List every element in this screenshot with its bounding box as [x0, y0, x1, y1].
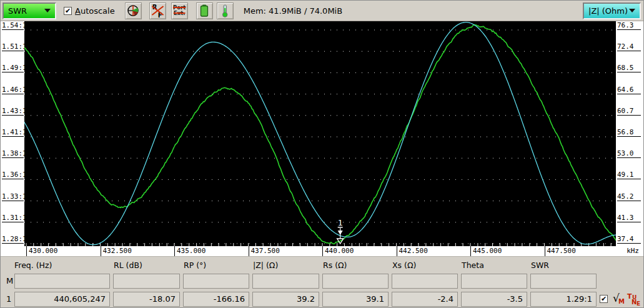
swr-tick-label: 1.51:1 — [2, 42, 24, 51]
cell-m-z[interactable] — [252, 274, 319, 289]
marker-math-button[interactable]: √ M — [613, 292, 625, 308]
swr-tick-label: 1.41:1 — [2, 128, 24, 137]
frequency-tick-label: 445.000 — [470, 246, 502, 256]
cell-m-swr[interactable] — [530, 274, 597, 289]
port-extension-button[interactable]: Port Ext. — [171, 2, 188, 19]
col-header-rp: RP (°) — [184, 261, 206, 270]
frequency-tick-label: 437.500 — [249, 246, 280, 256]
impedance-select-value: |Z| (Ohm) — [588, 6, 628, 16]
impedance-tick-label: 68.5 — [617, 64, 641, 72]
svg-text:1: 1 — [338, 218, 343, 227]
grid — [24, 30, 616, 246]
frequency-tick-label: 442.500 — [397, 246, 428, 256]
cell-m-freq[interactable] — [14, 274, 110, 289]
cell-1-freq[interactable]: 440,605,247 — [14, 292, 110, 307]
cell-m-rl[interactable] — [113, 274, 180, 289]
battery-icon — [197, 3, 211, 18]
col-header-rs: Rs (Ω) — [323, 261, 347, 270]
col-header-swr: SWR — [531, 261, 549, 270]
row-label-m: M — [6, 276, 13, 286]
y-axis-right-impedance: 76.372.468.564.660.756.853.049.145.241.3… — [616, 21, 644, 246]
chevron-down-icon — [44, 9, 51, 12]
impedance-select[interactable]: |Z| (Ohm) — [583, 2, 641, 19]
swr-tick-label: 1.49:1 — [2, 64, 24, 72]
swr-tick-label: 1.33:1 — [2, 192, 24, 201]
row-label-1: 1 — [6, 294, 11, 304]
col-header-theta: Theta — [462, 261, 484, 270]
col-header-rl: RL (dB) — [114, 261, 142, 270]
impedance-tick-label: 72.4 — [617, 42, 641, 51]
tune-button[interactable]: T U N E — [627, 292, 643, 308]
port-ext-crossed-icon: Port Ext. — [173, 5, 186, 16]
cell-1-rl[interactable]: -18.07 — [113, 292, 180, 307]
cell-m-theta[interactable] — [461, 274, 527, 289]
trace-select-value: SWR — [8, 6, 27, 16]
swr-tick-label: 1.28:1 — [2, 235, 24, 244]
chart-area: 1.54:11.51:11.49:11.46:11.43:11.41:11.38… — [1, 21, 644, 246]
toolbar: SWR ✔ Autoscale R F Port — [1, 1, 643, 21]
vna-app-window: SWR ✔ Autoscale R F Port — [0, 0, 644, 308]
autoscale-label: Autoscale — [75, 6, 115, 16]
marker-table: Freq. (Hz) RL (dB) RP (°) |Z| (Ω) Rs (Ω)… — [1, 257, 644, 308]
impedance-tick-label: 49.1 — [617, 171, 641, 179]
frequency-tick-label: 435.000 — [174, 246, 206, 256]
frequency-tick-label: 432.500 — [101, 246, 132, 256]
cell-1-rp[interactable]: -166.16 — [183, 292, 249, 307]
cell-1-rs[interactable]: 39.1 — [322, 292, 389, 307]
plot-area[interactable]: 1 — [24, 21, 616, 246]
trace-select[interactable]: SWR — [2, 2, 56, 19]
cell-1-xs[interactable]: -2.4 — [392, 292, 458, 307]
impedance-tick-label: 76.3 — [617, 21, 641, 30]
chevron-down-icon — [629, 9, 635, 12]
impedance-trace — [24, 22, 616, 245]
impedance-tick-label: 56.8 — [617, 128, 641, 137]
swr-tick-label: 1.43:1 — [2, 107, 24, 116]
marker1-visible-checkbox[interactable]: ✔ — [600, 295, 608, 303]
col-header-z: |Z| (Ω) — [253, 261, 278, 270]
y-axis-left-swr: 1.54:11.51:11.49:11.46:11.43:11.41:11.38… — [1, 21, 24, 246]
memory-status: Mem: 41.9MiB / 74.0MiB — [244, 6, 342, 16]
frequency-tick-label: 440.000 — [322, 246, 354, 256]
cell-1-swr[interactable]: 1.29:1 — [530, 292, 597, 307]
polar-chart-icon — [126, 4, 140, 17]
swr-tick-label: 1.36:1 — [2, 171, 24, 179]
impedance-tick-label: 41.3 — [617, 214, 641, 222]
cell-1-theta[interactable]: -3.5 — [461, 292, 527, 307]
frequency-tick-label: 447.500 — [545, 246, 576, 256]
swr-tick-label: 1.38:1 — [2, 149, 24, 158]
impedance-tick-label: 45.2 — [617, 192, 641, 201]
impedance-tick-label: 60.7 — [617, 107, 641, 116]
impedance-tick-label: 64.6 — [617, 86, 641, 94]
swr-tick-label: 1.54:1 — [2, 21, 24, 30]
cell-m-rs[interactable] — [322, 274, 389, 289]
swr-tick-label: 1.46:1 — [2, 86, 24, 94]
col-header-freq: Freq. (Hz) — [14, 261, 52, 270]
swr-tick-label: 1.31:1 — [2, 214, 24, 222]
temperature-button[interactable] — [217, 2, 234, 19]
battery-button[interactable] — [196, 2, 213, 19]
impedance-tick-label: 37.4 — [617, 235, 641, 244]
polar-display-button[interactable] — [125, 2, 142, 19]
rf-crossed-icon: R F — [151, 4, 164, 17]
chart-plot[interactable]: 1 — [24, 21, 616, 246]
cell-1-z[interactable]: 39.2 — [252, 292, 319, 307]
x-axis-unit-label: kHz — [627, 247, 639, 255]
frequency-tick-label: 430.000 — [26, 246, 57, 256]
autoscale-checkbox[interactable]: ✔ — [64, 7, 72, 15]
autoscale-control[interactable]: ✔ Autoscale — [64, 6, 115, 16]
rf-off-button[interactable]: R F — [149, 2, 166, 19]
cell-m-rp[interactable] — [183, 274, 249, 289]
cell-m-xs[interactable] — [392, 274, 458, 289]
col-header-xs: Xs (Ω) — [392, 261, 416, 270]
x-axis-frequency: 430.000432.500435.000437.500440.000442.5… — [1, 246, 644, 257]
marker-1[interactable]: 1 — [337, 218, 344, 244]
thermometer-icon — [218, 3, 232, 18]
impedance-tick-label: 53.0 — [617, 149, 641, 158]
